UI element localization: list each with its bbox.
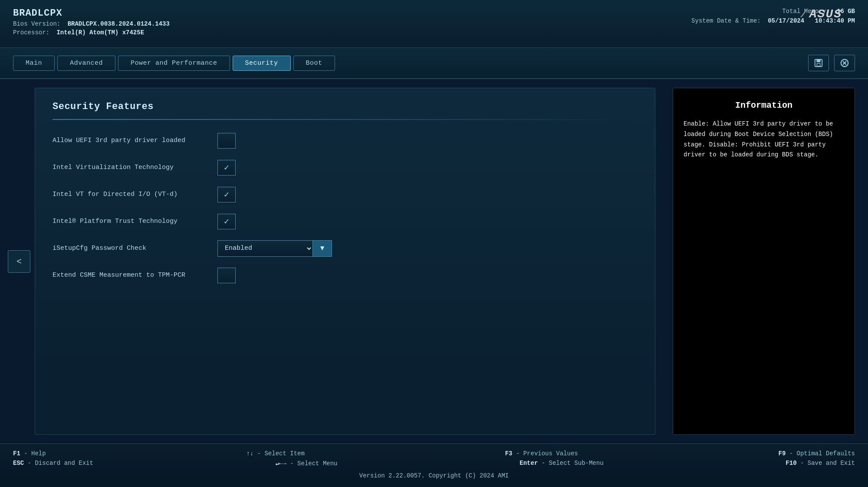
info-panel: Information Enable: Allow UEFI 3rd party… bbox=[673, 88, 855, 435]
tab-main[interactable]: Main bbox=[13, 56, 55, 71]
footer-version: Version 2.22.0057. Copyright (C) 2024 AM… bbox=[13, 472, 855, 479]
tab-advanced[interactable]: Advanced bbox=[57, 56, 115, 71]
close-button[interactable] bbox=[834, 55, 855, 71]
checkbox-tpm[interactable] bbox=[217, 214, 236, 229]
header-right: Total Memory: 16 GB System Date & Time: … bbox=[691, 8, 855, 27]
footer: F1 - Help ↑↓ - Select Item F3 - Previous… bbox=[0, 444, 868, 487]
shortcut-f3: F3 - Previous Values bbox=[505, 450, 578, 457]
feature-label-password: iSetupCfg Password Check bbox=[53, 245, 217, 252]
asus-logo: ASUS bbox=[800, 7, 842, 21]
shortcut-f1: F1 - Help bbox=[13, 450, 46, 457]
bios-label: Bios Version: bbox=[13, 20, 60, 27]
security-panel: Security Features Allow UEFI 3rd party d… bbox=[35, 88, 655, 435]
tab-boot[interactable]: Boot bbox=[293, 56, 335, 71]
shortcut-esc: ESC - Discard and Exit bbox=[13, 460, 93, 467]
feature-row-csme: Extend CSME Measurement to TPM-PCR bbox=[53, 267, 638, 284]
checkbox-vt[interactable] bbox=[217, 160, 236, 176]
section-title: Security Features bbox=[53, 101, 638, 112]
save-icon bbox=[814, 58, 823, 68]
info-text: Enable: Allow UEFI 3rd party driver to b… bbox=[684, 119, 844, 160]
processor-label: Processor: bbox=[13, 29, 49, 36]
back-button[interactable]: < bbox=[8, 250, 30, 273]
panels-wrapper: Security Features Allow UEFI 3rd party d… bbox=[35, 79, 868, 444]
back-icon: < bbox=[16, 256, 22, 266]
shortcut-f10: F10 - Save and Exit bbox=[786, 460, 855, 467]
footer-shortcuts-row1: F1 - Help ↑↓ - Select Item F3 - Previous… bbox=[13, 450, 855, 457]
feature-row-uefi-driver: Allow UEFI 3rd party driver loaded bbox=[53, 132, 638, 149]
section-divider bbox=[53, 119, 638, 120]
checkbox-vtd[interactable] bbox=[217, 187, 236, 202]
tab-power[interactable]: Power and Performance bbox=[118, 56, 230, 71]
feature-label-tpm: Intel® Platform Trust Technology bbox=[53, 218, 217, 225]
checkbox-uefi-driver[interactable] bbox=[217, 133, 236, 149]
datetime-label: System Date & Time: bbox=[691, 17, 761, 24]
feature-row-vt: Intel Virtualization Technology bbox=[53, 159, 638, 176]
footer-shortcuts-row2: ESC - Discard and Exit ↵←→ - Select Menu… bbox=[13, 460, 855, 467]
datetime-value: 05/17/2024 bbox=[768, 17, 804, 24]
feature-row-password: iSetupCfg Password Check Enabled Disable… bbox=[53, 240, 638, 257]
main-content: < Security Features Allow UEFI 3rd party… bbox=[0, 79, 868, 444]
shortcut-f9: F9 - Optimal Defaults bbox=[779, 450, 855, 457]
feature-label-csme: Extend CSME Measurement to TPM-PCR bbox=[53, 272, 217, 279]
nav-bar: Main Advanced Power and Performance Secu… bbox=[0, 48, 868, 79]
info-title: Information bbox=[684, 100, 844, 110]
bios-value: BRADLCPX.0038.2024.0124.1433 bbox=[68, 20, 170, 27]
checkbox-csme[interactable] bbox=[217, 268, 236, 283]
shortcut-enter: Enter - Select Sub-Menu bbox=[519, 460, 603, 467]
close-icon bbox=[840, 58, 849, 68]
feature-label-vtd: Intel VT for Directed I/O (VT-d) bbox=[53, 191, 217, 198]
svg-rect-1 bbox=[816, 60, 820, 62]
shortcut-menu: ↵←→ - Select Menu bbox=[276, 460, 338, 467]
feature-row-tpm: Intel® Platform Trust Technology bbox=[53, 213, 638, 230]
feature-label-uefi-driver: Allow UEFI 3rd party driver loaded bbox=[53, 137, 217, 144]
feature-label-vt: Intel Virtualization Technology bbox=[53, 164, 217, 171]
feature-row-vtd: Intel VT for Directed I/O (VT-d) bbox=[53, 186, 638, 203]
processor-value: Intel(R) Atom(TM) x7425E bbox=[56, 29, 144, 36]
save-button[interactable] bbox=[808, 55, 829, 71]
tab-security[interactable]: Security bbox=[233, 56, 291, 71]
shortcut-updown: ↑↓ - Select Item bbox=[246, 450, 304, 457]
dropdown-password[interactable]: Enabled Disabled bbox=[217, 240, 313, 257]
svg-rect-2 bbox=[817, 63, 820, 66]
dropdown-container-password: Enabled Disabled ▼ bbox=[217, 240, 332, 257]
back-btn-wrapper: < bbox=[0, 79, 35, 444]
dropdown-arrow-password[interactable]: ▼ bbox=[313, 240, 332, 257]
processor-row: Processor: Intel(R) Atom(TM) x7425E bbox=[13, 29, 855, 36]
header: BRADLCPX Bios Version: BRADLCPX.0038.202… bbox=[0, 0, 868, 48]
